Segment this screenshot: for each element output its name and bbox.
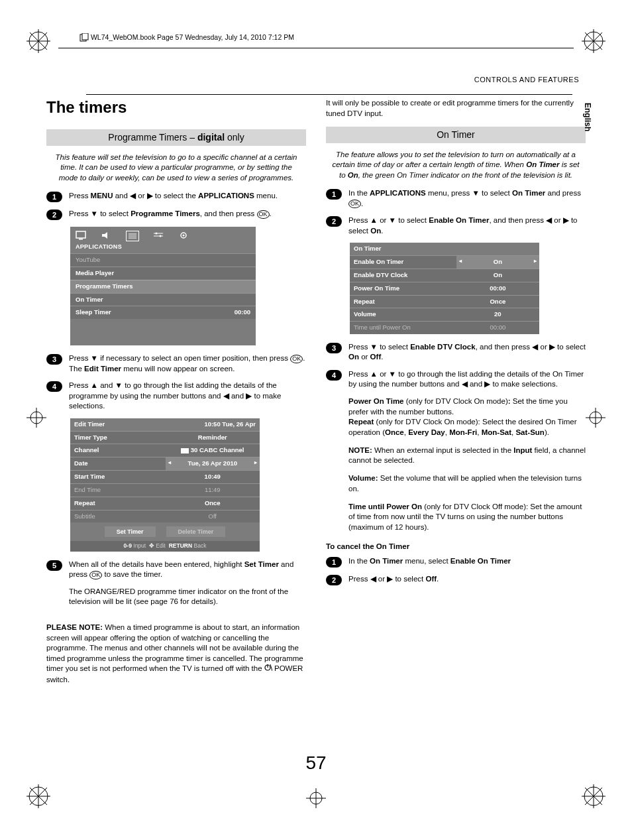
registration-mark-icon: [582, 784, 606, 811]
svg-rect-14: [181, 448, 189, 453]
left-arrow-icon: ◀: [130, 191, 136, 202]
ot-step-2: 2 Press ▲ or ▼ to select Enable On Timer…: [326, 215, 586, 236]
tv-icon: [76, 231, 87, 240]
menu-row: Programme Timers: [70, 280, 256, 293]
column-right: It will only be possible to create or ed…: [326, 97, 586, 692]
step-body: In the APPLICATIONS menu, press ▼ to sel…: [348, 188, 586, 209]
menu-title: APPLICATIONS: [70, 243, 256, 253]
left-arrow-icon: ◀: [532, 342, 538, 353]
ok-icon: OK: [348, 200, 361, 208]
speaker-icon: [101, 231, 113, 240]
left-arrow-icon: ◀: [462, 379, 468, 390]
ot-step-1: 1 In the APPLICATIONS menu, press ▼ to s…: [326, 188, 586, 209]
step-2: 2 Press ▼ to select Programme Timers, an…: [46, 209, 306, 220]
step-body: Press MENU and ◀ or ▶ to select the APPL…: [69, 191, 306, 202]
registration-mark-icon: [26, 29, 50, 56]
on-timer-intro: The feature allows you to set the televi…: [331, 150, 580, 181]
page-title: The timers: [46, 97, 306, 118]
left-arrow-icon: ◀: [546, 215, 552, 226]
running-head: CONTROLS AND FEATURES: [46, 76, 586, 84]
step-1: 1 Press MENU and ◀ or ▶ to select the AP…: [46, 191, 306, 202]
menu-row: YouTube: [70, 253, 256, 267]
step-badge: 2: [326, 575, 342, 585]
up-arrow-icon: ▲: [370, 369, 378, 380]
svg-rect-3: [79, 239, 83, 240]
registration-mark-icon: [26, 784, 50, 811]
down-arrow-icon: ▼: [91, 353, 98, 364]
menu-row: Media Player: [70, 267, 256, 280]
up-arrow-icon: ▲: [370, 215, 378, 226]
up-arrow-icon: ▲: [91, 381, 98, 391]
column-left: The timers Programme Timers – digital on…: [46, 97, 306, 692]
step-badge: 1: [46, 192, 62, 202]
right-arrow-icon: ▶: [549, 342, 555, 353]
left-arrow-icon: ◂: [168, 459, 171, 467]
step-body: Press ▲ and ▼ to go through the list add…: [69, 381, 306, 412]
step-4: 4 Press ▲ and ▼ to go through the list a…: [46, 381, 306, 412]
down-arrow-icon: ▼: [472, 188, 479, 199]
programme-timers-intro: This feature will set the television to …: [52, 152, 301, 184]
step-body: In the On Timer menu, select Enable On T…: [348, 556, 586, 568]
step-badge: 5: [46, 560, 62, 571]
right-arrow-icon: ▶: [147, 191, 153, 202]
content-columns: The timers Programme Timers – digital on…: [46, 97, 586, 692]
step-badge: 4: [46, 381, 62, 392]
registration-cross-icon: [306, 788, 326, 811]
left-arrow-icon: ◀: [223, 391, 229, 402]
sliders-icon: [152, 231, 164, 240]
list-icon: [126, 231, 139, 241]
down-arrow-icon: ▼: [389, 215, 396, 226]
step-body: When all of the details have been entere…: [69, 560, 306, 615]
svg-point-10: [156, 233, 158, 235]
step-body: Press ▼ to select Enable DTV Clock, and …: [348, 342, 586, 363]
down-arrow-icon: ▼: [370, 342, 378, 353]
step-badge: 4: [326, 370, 342, 381]
down-arrow-icon: ▼: [91, 209, 98, 219]
svg-rect-2: [76, 231, 85, 238]
down-arrow-icon: ▼: [389, 369, 396, 380]
delete-timer-button: Delete Timer: [166, 526, 226, 537]
registration-cross-icon: [26, 408, 46, 430]
rule-header: [86, 94, 572, 95]
step-badge: 1: [326, 189, 342, 200]
rule-top: [58, 48, 574, 48]
svg-point-13: [183, 235, 185, 237]
right-arrow-icon: ▸: [534, 258, 537, 265]
registration-mark-icon: [582, 29, 606, 56]
step-badge: 1: [326, 557, 342, 568]
step-badge: 2: [46, 210, 62, 220]
step-badge: 2: [326, 216, 342, 227]
ot-step-3: 3 Press ▼ to select Enable DTV Clock, an…: [326, 342, 586, 363]
cancel-step-1: 1 In the On Timer menu, select Enable On…: [326, 556, 586, 568]
svg-marker-4: [102, 232, 107, 239]
please-note: PLEASE NOTE: When a timed programme is a…: [46, 623, 306, 685]
right-arrow-icon: ▶: [484, 379, 490, 390]
ok-icon: OK: [257, 210, 270, 219]
left-arrow-icon: ◀: [370, 574, 376, 585]
right-arrow-icon: ▶: [246, 391, 252, 402]
cancel-step-2: 2 Press ◀ or ▶ to select Off.: [326, 574, 586, 585]
page-number: 57: [0, 752, 632, 774]
step-body: Press ◀ or ▶ to select Off.: [348, 574, 586, 585]
section-bar-programme-timers: Programme Timers – digital only: [46, 129, 306, 146]
registration-cross-icon: [586, 408, 606, 430]
channel-logo-icon: [181, 448, 189, 453]
step-3: 3 Press ▼ if necessary to select an open…: [46, 353, 306, 374]
dpad-icon: ✥: [149, 542, 154, 549]
right-arrow-icon: ▸: [254, 459, 257, 467]
menu-legend: 0-9 Input ✥ Edit RETURN Back: [70, 541, 260, 551]
set-timer-button: Set Timer: [105, 526, 156, 537]
ok-icon: OK: [290, 355, 303, 363]
step-body: Press ▲ or ▼ to select Enable On Timer, …: [348, 215, 586, 236]
applications-menu: APPLICATIONS YouTube Media Player Progra…: [70, 227, 256, 345]
step-body: Press ▲ or ▼ to go through the list addi…: [348, 369, 586, 532]
ok-icon: OK: [89, 571, 102, 579]
on-timer-menu: On Timer Enable On Timer◂On▸ Enable DTV …: [350, 243, 539, 334]
menu-row: On Timer: [70, 293, 256, 306]
step-5: 5 When all of the details have been ente…: [46, 560, 306, 615]
step-body: Press ▼ if necessary to select an open t…: [69, 353, 306, 374]
page: WL74_WebOM.book Page 57 Wednesday, July …: [0, 0, 632, 840]
book-header: WL74_WebOM.book Page 57 Wednesday, July …: [79, 33, 586, 42]
menu-row: Sleep Timer00:00: [70, 306, 256, 319]
menu-tab-icons: [70, 227, 256, 243]
